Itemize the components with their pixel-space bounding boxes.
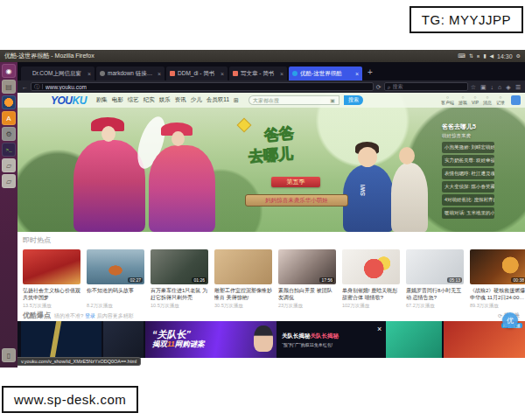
nav-item-movie[interactable]: 电影 bbox=[112, 96, 123, 104]
youku-search-input[interactable] bbox=[253, 98, 328, 103]
video-thumbnail[interactable] bbox=[214, 249, 272, 284]
browser-search-input[interactable] bbox=[393, 84, 465, 89]
user-menu-messages[interactable]: ○消息 bbox=[483, 95, 492, 105]
nav-item-variety[interactable]: 综艺 bbox=[128, 96, 139, 104]
hamburger-menu-icon[interactable]: ☰ bbox=[515, 84, 521, 90]
video-card[interactable]: 雕塑工作室捏泥塑像惟妙惟肖 美得惊艳! 30.5万次播放 bbox=[214, 249, 272, 309]
ad-thumbnail-dark[interactable] bbox=[103, 321, 144, 358]
panel-episode-link[interactable]: 表情包嗯哼: 杜江遭灵魂拷问 bbox=[442, 168, 494, 179]
video-caption[interactable]: 素颜自拍白开景 被团队友调侃 bbox=[278, 287, 336, 301]
nav-item-vip11[interactable]: 会员双11 bbox=[206, 96, 229, 104]
panel-title[interactable]: 爸爸去哪儿5 bbox=[442, 122, 494, 131]
video-card[interactable]: 弘扬社会主义核心价值观 共筑中国梦 13.5万次播放 bbox=[23, 249, 80, 309]
keyboard-indicator-icon[interactable]: ⌨ bbox=[458, 53, 466, 59]
user-menu-vip[interactable]: ○VIP bbox=[472, 95, 479, 105]
launcher-item-libreoffice-writer[interactable]: A bbox=[2, 111, 16, 125]
youku-search-box[interactable]: ▣ bbox=[248, 95, 340, 105]
nav-item-documentary[interactable]: 纪实 bbox=[144, 96, 155, 104]
tab-jianshu-write[interactable]: 写文章 - 简书 × bbox=[229, 66, 287, 80]
volume-icon[interactable]: ◀ bbox=[489, 53, 494, 59]
ad-thumbnail-green[interactable] bbox=[386, 321, 442, 358]
panel-episode-link[interactable]: 大大变侦探: 陈小春笑藏不住 bbox=[442, 181, 494, 192]
video-card[interactable]: 00:38 《战狼2》硬核救援燃爆中华魂 11月2日24:00首播 89.3万次… bbox=[470, 249, 525, 309]
video-thumbnail[interactable] bbox=[23, 249, 80, 284]
battery-icon[interactable]: ▮ bbox=[483, 53, 486, 59]
video-caption[interactable]: 雕塑工作室捏泥塑像惟妙惟肖 美得惊艳! bbox=[214, 287, 272, 301]
ad-close-icon[interactable]: × bbox=[377, 321, 382, 333]
home-icon[interactable]: ⌂ bbox=[498, 84, 501, 90]
panel-episode-link[interactable]: 4对萌娃爸比: 度假村齐自拍 bbox=[442, 194, 494, 206]
launcher-item-terminal[interactable]: >_ bbox=[2, 143, 16, 157]
tab-close-icon[interactable]: × bbox=[280, 71, 284, 77]
tab-jianshu-ddm[interactable]: DDM_di - 简书 × bbox=[166, 66, 228, 80]
user-menu-client[interactable]: ○客户端 bbox=[441, 95, 454, 105]
tab-close-icon[interactable]: × bbox=[220, 71, 224, 77]
url-bar[interactable]: ⓘ www.youku.com bbox=[31, 82, 374, 91]
video-thumbnail[interactable]: 17:56 bbox=[278, 249, 336, 284]
video-caption[interactable]: 你不知道的码头故事 bbox=[87, 287, 144, 301]
youku-logo[interactable]: YOUKU bbox=[51, 94, 87, 107]
video-thumbnail[interactable]: 02:27 bbox=[87, 249, 144, 284]
launcher-item-settings[interactable]: ⚙ bbox=[2, 127, 16, 141]
video-caption[interactable]: 单身别催婚! 鹿晗关晓彤甜蜜合体 喵情歌? bbox=[342, 287, 400, 301]
tab-youku-active[interactable]: 优酷-这世界很酷 × bbox=[289, 66, 362, 80]
video-card[interactable]: 01:26 百万豪车住进1只老鼠 为赶它拆得只剩外壳 10.5万次播放 bbox=[150, 249, 208, 309]
shield-icon[interactable]: ◈ bbox=[506, 84, 510, 90]
user-menu-history[interactable]: ○记录 bbox=[496, 95, 505, 105]
back-icon[interactable]: ← bbox=[22, 84, 28, 90]
tab-close-icon[interactable]: × bbox=[355, 71, 359, 77]
tab-close-icon[interactable]: × bbox=[158, 71, 161, 77]
panel-episode-link[interactable]: 小泡芙撒娇: 刘畊宏萌娃来袭 bbox=[442, 142, 494, 153]
launcher-item-firefox[interactable] bbox=[2, 95, 16, 109]
video-thumbnail[interactable]: 00:38 bbox=[470, 249, 525, 284]
bluetooth-icon[interactable]: ʙ bbox=[477, 53, 480, 59]
hero-banner[interactable]: SWI 爸爸 去哪儿 第五季 妈妈惊喜来袭乐华小萌娃 爸爸去哪儿5 bbox=[18, 93, 525, 232]
nav-item-news[interactable]: 资讯 bbox=[175, 96, 186, 104]
site-info-icon[interactable]: ⓘ bbox=[34, 83, 39, 91]
reload-icon[interactable]: ⟳ bbox=[376, 84, 382, 90]
youku-search-button[interactable]: 搜索 bbox=[344, 95, 363, 105]
new-tab-button[interactable]: + bbox=[368, 66, 373, 79]
downloads-icon[interactable]: ↓ bbox=[491, 84, 494, 90]
video-card[interactable]: 02:27 你不知道的码头故事 8.2万次播放 bbox=[87, 249, 144, 309]
tab-close-icon[interactable]: × bbox=[88, 71, 91, 77]
video-caption[interactable]: 百万豪车住进1只老鼠 为赶它拆得只剩外壳 bbox=[150, 287, 208, 301]
nav-item-entertainment[interactable]: 娱乐 bbox=[159, 96, 171, 104]
ad-main-copy[interactable]: “关队长” 揭双11网购谜案 bbox=[145, 321, 276, 358]
video-card[interactable]: 17:56 素颜自拍白开景 被团队友调侃 23万次播放 bbox=[278, 249, 336, 309]
video-caption[interactable]: 唐嫣罗晋同行8小时无互动 恋情告急? bbox=[406, 287, 464, 301]
launcher-item-dash[interactable]: ◉ bbox=[2, 64, 16, 78]
video-caption[interactable]: 弘扬社会主义核心价值观 共筑中国梦 bbox=[23, 287, 80, 301]
tab-markdown[interactable]: markdown 链接语法 - … × bbox=[96, 66, 164, 80]
wooden-sign-text: 妈妈惊喜来袭乐华小萌娃 bbox=[245, 194, 348, 206]
more-channels-grid-icon[interactable]: ⊞ bbox=[234, 97, 239, 104]
video-card[interactable]: 单身别催婚! 鹿晗关晓彤甜蜜合体 喵情歌? 102万次播放 bbox=[342, 249, 400, 309]
login-link[interactable]: 登录 bbox=[85, 313, 95, 318]
bookmark-star-icon[interactable]: ☆ bbox=[471, 84, 476, 90]
launcher-item-workspaces-1[interactable]: ▱ bbox=[2, 158, 16, 172]
panel-episode-link[interactable]: 暖萌对话: 玉米地里的小精灵 bbox=[442, 207, 494, 219]
avatar[interactable] bbox=[511, 95, 521, 105]
video-thumbnail[interactable]: 05:13 bbox=[406, 249, 464, 284]
tab-drcom[interactable]: Dr.COM上网信息窗 × bbox=[21, 66, 94, 80]
ad-thumbnail-plane[interactable] bbox=[21, 321, 102, 358]
video-card[interactable]: 05:13 唐嫣罗晋同行8小时无互动 恋情告急? 67.2万次播放 bbox=[406, 249, 464, 309]
clock[interactable]: 14:30 bbox=[497, 53, 513, 60]
nav-item-drama[interactable]: 剧集 bbox=[96, 96, 108, 104]
network-icon[interactable]: ⇅ bbox=[469, 53, 473, 59]
launcher-item-files[interactable]: ▤ bbox=[2, 80, 16, 94]
video-caption[interactable]: 《战狼2》硬核救援燃爆中华魂 11月2日24:00首播 bbox=[470, 287, 525, 301]
browser-search-box[interactable]: ⌕ bbox=[384, 82, 468, 91]
pocket-icon[interactable]: ▣ bbox=[480, 84, 486, 90]
power-menu-icon[interactable]: ⚙ bbox=[516, 53, 521, 59]
user-menu-games[interactable]: ○游戏 bbox=[458, 95, 467, 105]
video-thumbnail[interactable]: 01:26 bbox=[150, 249, 208, 284]
ad-banner[interactable]: “关队长” 揭双11网购谜案 关队长揭秘关队长揭秘 “预”判“广”购双11免单红… bbox=[18, 321, 525, 358]
video-thumbnail[interactable] bbox=[342, 249, 400, 284]
panel-episode-link[interactable]: 实力奶爸吴尊: 双娃幸福爆棚 bbox=[442, 155, 494, 166]
launcher-item-trash[interactable]: ▯ bbox=[2, 348, 16, 362]
launcher-item-workspaces-2[interactable]: ▱ bbox=[2, 174, 16, 188]
image-search-icon[interactable]: ▣ bbox=[330, 97, 335, 103]
floating-client-button[interactable]: 优 bbox=[502, 312, 518, 328]
nav-item-kids[interactable]: 少儿 bbox=[191, 96, 202, 104]
